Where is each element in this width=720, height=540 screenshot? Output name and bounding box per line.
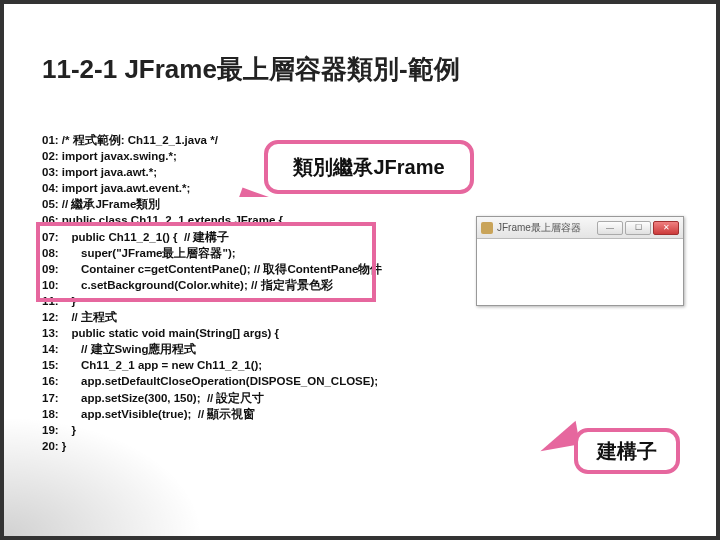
close-button[interactable]: ✕ (653, 221, 679, 235)
minimize-button[interactable]: — (597, 221, 623, 235)
maximize-button[interactable]: ☐ (625, 221, 651, 235)
callout-inherit-jframe: 類別繼承JFrame (264, 140, 474, 194)
slide-title: 11-2-1 JFrame最上層容器類別-範例 (42, 52, 460, 87)
callout-constructor: 建構子 (574, 428, 680, 474)
window-title-text: JFrame最上層容器 (497, 221, 593, 235)
java-app-icon (481, 222, 493, 234)
window-buttons: — ☐ ✕ (597, 221, 679, 235)
sample-window: JFrame最上層容器 — ☐ ✕ (476, 216, 684, 306)
window-titlebar: JFrame最上層容器 — ☐ ✕ (477, 217, 683, 239)
